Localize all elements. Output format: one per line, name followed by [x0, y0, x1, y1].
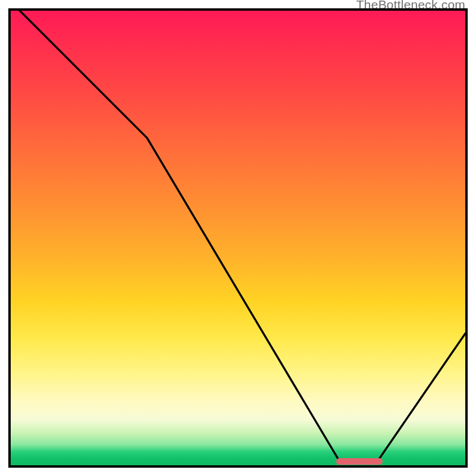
optimum-marker — [336, 458, 383, 465]
curve-layer — [11, 11, 465, 465]
plot-area — [8, 8, 468, 468]
bottleneck-chart: TheBottleneck.com — [0, 0, 476, 476]
bottleneck-curve-path — [11, 11, 465, 462]
